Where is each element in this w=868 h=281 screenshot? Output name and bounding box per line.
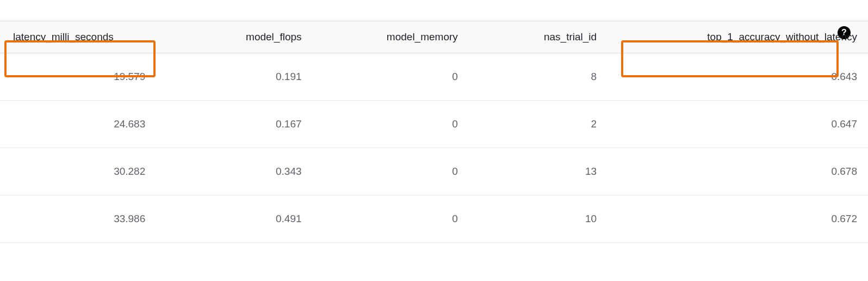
cell-latency: 19.579 bbox=[0, 53, 156, 101]
cell-accuracy: 0.678 bbox=[607, 148, 868, 196]
column-header-latency[interactable]: latency_milli_seconds bbox=[0, 21, 156, 53]
cell-flops: 0.343 bbox=[156, 148, 312, 196]
cell-accuracy: 0.643 bbox=[607, 53, 868, 101]
table-row[interactable]: 30.282 0.343 0 13 0.678 bbox=[0, 148, 868, 196]
cell-flops: 0.167 bbox=[156, 101, 312, 148]
column-header-trial-id[interactable]: nas_trial_id bbox=[469, 21, 607, 53]
column-header-accuracy[interactable]: top_1_accuracy_without_latency bbox=[607, 21, 868, 53]
cell-trial-id: 8 bbox=[469, 53, 607, 101]
table-header-row: latency_milli_seconds model_flops model_… bbox=[0, 21, 868, 53]
cell-trial-id: 10 bbox=[469, 196, 607, 243]
cell-trial-id: 13 bbox=[469, 148, 607, 196]
cell-latency: 30.282 bbox=[0, 148, 156, 196]
table-row[interactable]: 33.986 0.491 0 10 0.672 bbox=[0, 196, 868, 243]
cell-flops: 0.191 bbox=[156, 53, 312, 101]
metrics-table: latency_milli_seconds model_flops model_… bbox=[0, 21, 868, 243]
cell-flops: 0.491 bbox=[156, 196, 312, 243]
cell-accuracy: 0.672 bbox=[607, 196, 868, 243]
cell-memory: 0 bbox=[313, 148, 469, 196]
cell-latency: 33.986 bbox=[0, 196, 156, 243]
cell-latency: 24.683 bbox=[0, 101, 156, 148]
table-row[interactable]: 19.579 0.191 0 8 0.643 bbox=[0, 53, 868, 101]
cell-memory: 0 bbox=[313, 53, 469, 101]
column-header-memory[interactable]: model_memory bbox=[313, 21, 469, 53]
cell-memory: 0 bbox=[313, 196, 469, 243]
cell-accuracy: 0.647 bbox=[607, 101, 868, 148]
table-row[interactable]: 24.683 0.167 0 2 0.647 bbox=[0, 101, 868, 148]
cell-memory: 0 bbox=[313, 101, 469, 148]
column-header-flops[interactable]: model_flops bbox=[156, 21, 312, 53]
cell-trial-id: 2 bbox=[469, 101, 607, 148]
